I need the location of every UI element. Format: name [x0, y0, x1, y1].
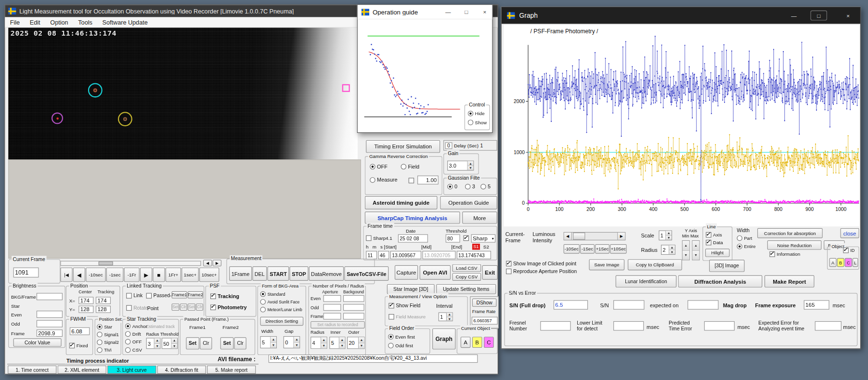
gamma-field-radio[interactable]: Field: [401, 163, 420, 170]
passed-set2-button[interactable]: Set: [220, 337, 234, 349]
open-avi-button[interactable]: Open AVI: [420, 265, 451, 280]
object-a-button[interactable]: A: [461, 337, 471, 348]
gaussian-5-radio[interactable]: 5: [480, 183, 491, 190]
tracking-csv-radio[interactable]: CSV: [125, 347, 142, 353]
bkg-meteor-limb-radio[interactable]: Meteor/Lunar Limb: [260, 307, 302, 312]
link-checkbox[interactable]: Link: [126, 293, 143, 298]
minimize-icon[interactable]: —: [440, 5, 455, 19]
y-max-spinner[interactable]: ▲▼: [692, 240, 700, 260]
frame-slider[interactable]: [60, 261, 201, 266]
reproduce-aperture-checkbox[interactable]: Reproduce Aperture Position: [506, 269, 577, 274]
show-field-checkbox[interactable]: Show Field: [389, 303, 420, 308]
posset-tivi-radio[interactable]: TiVi: [97, 347, 111, 353]
color-value-button[interactable]: Color Value: [13, 339, 62, 347]
del-button[interactable]: DEL: [252, 266, 267, 281]
scrollbar-thumb[interactable]: [573, 233, 585, 240]
radius-spinner[interactable]: 2▲▼: [661, 245, 675, 255]
object-a-button[interactable]: A: [829, 258, 837, 267]
pixels-odd-bkg-field[interactable]: [343, 304, 364, 311]
delay-left-value[interactable]: 0: [445, 142, 453, 149]
object-c-button[interactable]: C: [484, 337, 494, 348]
noise-reduction-button[interactable]: Noise Reduction: [767, 240, 822, 250]
id-checkbox[interactable]: ID: [843, 248, 855, 253]
gamma-off-radio[interactable]: OFF: [370, 163, 388, 170]
frame-rate-field[interactable]: 6.060357: [472, 317, 498, 325]
dshow-button[interactable]: DShow: [472, 299, 497, 307]
bkg-standard-radio[interactable]: Standard: [260, 291, 285, 297]
data-checkbox[interactable]: Data: [706, 240, 723, 245]
sharpcap-timing-analysis-button[interactable]: SharpCap Timing Analysis: [365, 211, 460, 223]
width-spinner[interactable]: 5▲▼: [260, 336, 276, 348]
odd-field[interactable]: [37, 320, 63, 328]
tracking-off-radio[interactable]: OFF: [125, 339, 142, 344]
save-to-csv-button[interactable]: SaveToCSV-File: [345, 266, 389, 281]
gap-spinner[interactable]: 0▲▼: [284, 336, 300, 348]
step-make-report[interactable]: 5. Make report: [207, 366, 256, 374]
posset-signal1-radio[interactable]: Signal1: [97, 332, 119, 337]
minus-1sec-button[interactable]: -1Sec: [580, 244, 595, 254]
start-seconds-field[interactable]: 13.009567: [390, 251, 421, 259]
correction-absorption-button[interactable]: Correction for absorption: [757, 228, 823, 238]
menu-tools[interactable]: Tools: [73, 19, 97, 26]
opguide-titlebar[interactable]: Operation guide — □ ×: [358, 5, 492, 19]
end-seconds-field[interactable]: 13.1745743: [457, 251, 491, 259]
menu-software-update[interactable]: Software Update: [97, 19, 153, 26]
menu-file[interactable]: File: [5, 19, 25, 26]
scroll-right-icon[interactable]: ▶: [617, 233, 625, 240]
pixels-even-aperture-field[interactable]: [324, 295, 341, 302]
gain-spinner[interactable]: 3.0▲▼: [447, 160, 474, 170]
tracking-radius-spinner[interactable]: 3▲▼: [146, 338, 161, 349]
sn-full-drop-field[interactable]: 6.5: [554, 300, 588, 310]
graph-button[interactable]: Graph: [432, 328, 455, 350]
more-button[interactable]: More: [462, 211, 497, 223]
pixels-odd-aperture-field[interactable]: [324, 304, 341, 311]
plus-1sec-button[interactable]: 1sec+: [181, 267, 199, 282]
interval-spinner[interactable]: 1▲▼: [439, 313, 453, 321]
data-remove-button[interactable]: DataRemove: [309, 266, 344, 281]
frame-scrollbar[interactable]: ◀ ▶: [564, 232, 626, 240]
aperture-marker-b[interactable]: [118, 112, 132, 126]
graph-titlebar[interactable]: Graph — □ ×: [502, 7, 860, 24]
step-xml-element[interactable]: 2. XML element: [58, 366, 106, 374]
plus-10sec-button[interactable]: 10sec+: [199, 267, 219, 282]
minus-10sec-button[interactable]: -10Sec: [564, 244, 580, 254]
object-b-button[interactable]: B: [837, 258, 844, 267]
copy-to-clipboard-button[interactable]: Copy to ClipBoard: [628, 259, 682, 270]
gamma-measure-radio[interactable]: Measure: [370, 177, 397, 183]
lunar-identification-button[interactable]: Lunar Identification: [616, 275, 676, 288]
fresnel-number-field[interactable]: [540, 321, 570, 331]
minute-field[interactable]: 46: [378, 251, 389, 259]
minus-1frame-button[interactable]: -1Fr: [124, 267, 140, 282]
aperture-marker-purple[interactable]: [52, 112, 63, 124]
stop-button[interactable]: STOP: [290, 266, 309, 281]
gaussian-3-radio[interactable]: 3: [465, 183, 475, 190]
step-back-button[interactable]: ◀: [73, 267, 85, 282]
step-time-correct[interactable]: 1. Time correct: [8, 366, 56, 374]
current-frame-field[interactable]: 1091: [13, 267, 39, 277]
copy-csv-button[interactable]: Copy CSV: [452, 273, 481, 281]
passed-checkbox[interactable]: Passed-: [146, 293, 172, 298]
linked-frame1-button[interactable]: Frame1: [171, 291, 187, 299]
aperture-marker-c[interactable]: [342, 84, 350, 92]
slider-left-arrow[interactable]: ◀: [203, 260, 212, 266]
plus-1frame-button[interactable]: 1Fr+: [166, 267, 181, 282]
sn-field[interactable]: [613, 300, 644, 310]
close-graph-button[interactable]: close: [841, 228, 859, 238]
asteroid-timing-guide-button[interactable]: Asteroid timing guide: [365, 196, 438, 210]
pixels-frame-aperture-field[interactable]: [324, 313, 341, 320]
diffraction-analysis-button[interactable]: Diffraction Analysis: [678, 275, 763, 288]
sharp41-checkbox[interactable]: Sharp4.1: [366, 236, 392, 241]
anchor-radio[interactable]: Anchor: [125, 324, 147, 329]
scale-spinner[interactable]: 1▲▼: [659, 230, 672, 240]
fwhm-field[interactable]: 6.08: [70, 328, 90, 335]
sharp-dropdown[interactable]: Sharp▾: [471, 234, 496, 242]
first-frame-button[interactable]: |◀: [60, 267, 72, 282]
show-clicked-image-checkbox[interactable]: Show Image of Clicked point: [506, 261, 576, 266]
passed-clr2-button[interactable]: Clr: [234, 337, 246, 349]
gamma-value-field[interactable]: 1.00: [417, 176, 439, 184]
save-image-button[interactable]: Save Image: [589, 259, 624, 270]
pixels-even-bkg-field[interactable]: [343, 295, 364, 302]
even-first-radio[interactable]: Even first: [388, 334, 415, 339]
minus-10sec-button[interactable]: -10sec: [86, 267, 105, 282]
close-icon[interactable]: ×: [836, 7, 860, 24]
